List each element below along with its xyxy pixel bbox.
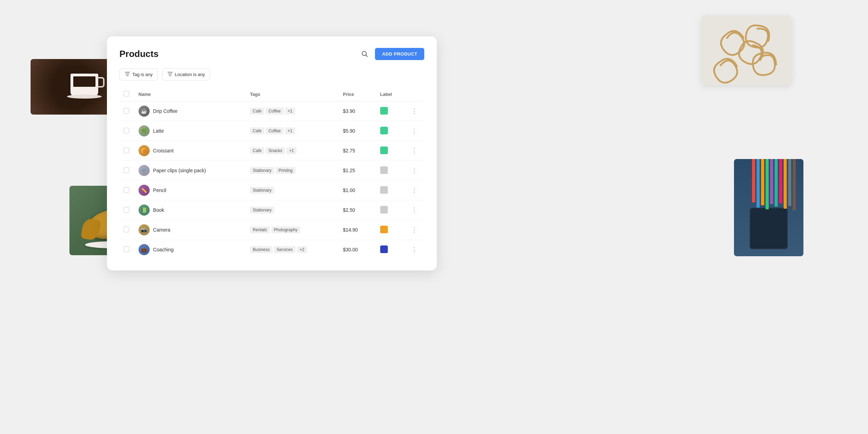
table-row: ✏️PencilStationary$1.00⋮: [119, 181, 424, 200]
label-color-pencil: [380, 186, 388, 194]
label-color-camera: [380, 226, 388, 233]
table-row: 📷CameraRentalsPhotography$14.90⋮: [119, 220, 424, 240]
location-filter-icon: [167, 72, 173, 77]
row-checkbox-paper-clips[interactable]: [124, 167, 129, 173]
header-actions: ADD PRODUCT: [358, 48, 424, 60]
location-filter-chip[interactable]: Location is any: [162, 68, 210, 81]
product-name-pencil: Pencil: [153, 187, 166, 193]
avatar-croissant: 🥐: [139, 145, 150, 156]
product-name-croissant: Croissant: [153, 148, 174, 153]
row-checkbox-croissant[interactable]: [124, 148, 129, 153]
table-row: 💼CoachingBusinessServices+2$30.00⋮: [119, 240, 424, 260]
tag-badge: Coffee: [266, 127, 283, 134]
tag-filter-label: Tag is any: [132, 72, 153, 77]
more-button-drip-coffee[interactable]: ⋮: [410, 107, 419, 116]
product-name-drip-coffee: Drip Coffee: [153, 108, 178, 114]
tag-badge: +1: [285, 127, 295, 134]
tag-badge: Printing: [276, 167, 295, 174]
paperclips-image: [701, 16, 792, 85]
filter-icon: [125, 72, 130, 77]
label-color-coaching: [380, 245, 388, 253]
more-button-camera[interactable]: ⋮: [410, 225, 419, 234]
col-header-label: Label: [376, 87, 406, 101]
tag-badge: Photography: [271, 226, 300, 233]
table-row: ☕Drip CoffeeCafeCoffee+1$3.90⋮: [119, 101, 424, 121]
more-button-pencil[interactable]: ⋮: [410, 186, 419, 195]
svg-line-1: [366, 55, 368, 57]
row-checkbox-coaching[interactable]: [124, 247, 129, 252]
product-name-coaching: Coaching: [153, 247, 174, 252]
product-name-camera: Camera: [153, 227, 170, 233]
row-checkbox-pencil[interactable]: [124, 187, 129, 193]
row-checkbox-latte[interactable]: [124, 128, 129, 133]
table-row: 🥐CroissantCafeSnacks+1$2.75⋮: [119, 141, 424, 161]
main-card: Products ADD PRODUCT Tag is any: [107, 36, 437, 270]
row-checkbox-book[interactable]: [124, 207, 129, 212]
search-icon: [361, 50, 368, 57]
page-title: Products: [119, 49, 159, 59]
tag-badge: Business: [250, 246, 273, 253]
tag-badge: Stationary: [250, 207, 274, 214]
filter-bar: Tag is any Location is any: [119, 68, 424, 81]
col-header-price: Price: [339, 87, 376, 101]
price-latte: $5.90: [339, 121, 376, 141]
price-coaching: $30.00: [339, 240, 376, 260]
more-button-latte[interactable]: ⋮: [410, 126, 419, 135]
product-name-paper-clips: Paper clips (single pack): [153, 168, 206, 173]
tag-badge: Cafe: [250, 127, 264, 134]
product-name-latte: Latte: [153, 128, 164, 134]
avatar-latte: 🌿: [139, 125, 150, 136]
label-color-drip-coffee: [380, 107, 388, 115]
avatar-paper-clips: 📎: [139, 165, 150, 176]
price-camera: $14.90: [339, 220, 376, 240]
tag-badge: Services: [274, 246, 295, 253]
tag-badge: Cafe: [250, 147, 264, 154]
tag-badge: +1: [285, 108, 295, 115]
avatar-pencil: ✏️: [139, 185, 150, 196]
table-row: 🌿LatteCafeCoffee+1$5.90⋮: [119, 121, 424, 141]
price-croissant: $2.75: [339, 141, 376, 161]
tag-badge: Coffee: [266, 108, 283, 115]
more-button-book[interactable]: ⋮: [410, 206, 419, 215]
more-button-croissant[interactable]: ⋮: [410, 146, 419, 155]
pencils-image: [734, 159, 803, 256]
avatar-coaching: 💼: [139, 244, 150, 255]
label-color-croissant: [380, 147, 388, 154]
avatar-drip-coffee: ☕: [139, 106, 150, 117]
product-name-book: Book: [153, 207, 164, 213]
table-row: 📗BookStationary$2.50⋮: [119, 200, 424, 220]
product-table: Name Tags Price Label ☕Drip CoffeeCafeCo…: [119, 87, 424, 259]
price-pencil: $1.00: [339, 181, 376, 200]
avatar-camera: 📷: [139, 224, 150, 235]
card-header: Products ADD PRODUCT: [119, 48, 424, 60]
search-button[interactable]: [358, 48, 371, 60]
price-drip-coffee: $3.90: [339, 101, 376, 121]
tag-filter-chip[interactable]: Tag is any: [119, 68, 158, 81]
tag-badge: Rentals: [250, 226, 270, 233]
price-book: $2.50: [339, 200, 376, 220]
table-row: 📎Paper clips (single pack)StationaryPrin…: [119, 161, 424, 181]
tag-badge: +1: [286, 147, 297, 154]
label-color-paper-clips: [380, 166, 388, 174]
tag-badge: Cafe: [250, 108, 264, 115]
avatar-book: 📗: [139, 205, 150, 216]
label-color-book: [380, 206, 388, 214]
row-checkbox-drip-coffee[interactable]: [124, 108, 129, 114]
more-button-coaching[interactable]: ⋮: [410, 245, 419, 254]
col-header-name: Name: [134, 87, 246, 101]
location-filter-label: Location is any: [175, 72, 205, 77]
select-all-checkbox[interactable]: [124, 91, 129, 97]
col-header-tags: Tags: [246, 87, 339, 101]
tag-badge: +2: [297, 246, 307, 253]
tag-badge: Stationary: [250, 187, 274, 194]
tag-badge: Stationary: [250, 167, 274, 174]
label-color-latte: [380, 127, 388, 134]
row-checkbox-camera[interactable]: [124, 227, 129, 232]
tag-badge: Snacks: [266, 147, 285, 154]
add-product-button[interactable]: ADD PRODUCT: [375, 48, 424, 60]
more-button-paper-clips[interactable]: ⋮: [410, 166, 419, 175]
price-paper-clips: $1.25: [339, 161, 376, 181]
